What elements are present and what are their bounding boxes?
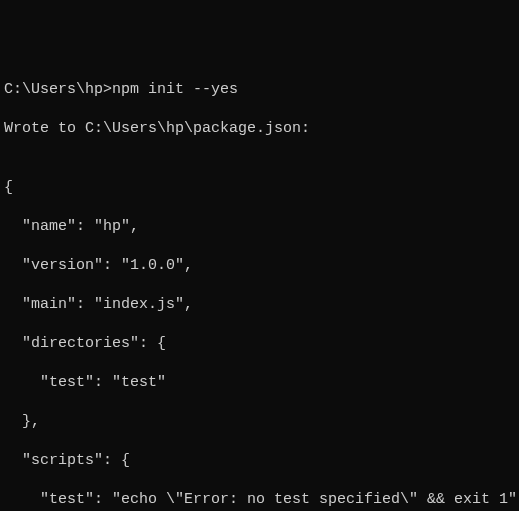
json-main: "main": "index.js", bbox=[4, 295, 515, 315]
terminal-output-wrote: Wrote to C:\Users\hp\package.json: bbox=[4, 119, 515, 139]
json-name: "name": "hp", bbox=[4, 217, 515, 237]
json-scripts-test: "test": "echo \"Error: no test specified… bbox=[4, 490, 515, 510]
json-directories-test: "test": "test" bbox=[4, 373, 515, 393]
terminal-prompt-line: C:\Users\hp>npm init --yes bbox=[4, 80, 515, 100]
json-directories-open: "directories": { bbox=[4, 334, 515, 354]
json-directories-close: }, bbox=[4, 412, 515, 432]
json-version: "version": "1.0.0", bbox=[4, 256, 515, 276]
json-open-brace: { bbox=[4, 178, 515, 198]
json-scripts-open: "scripts": { bbox=[4, 451, 515, 471]
